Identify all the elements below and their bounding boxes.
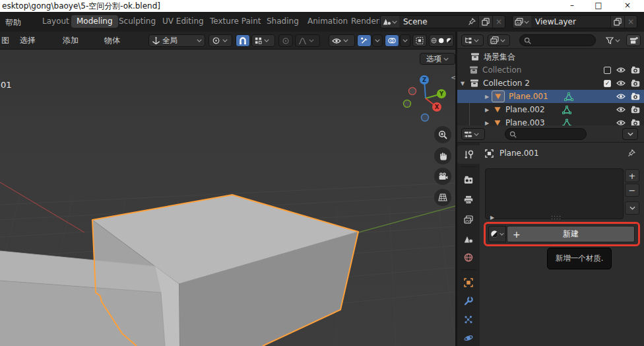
minimize-button[interactable]: – <box>562 0 582 11</box>
viewlayer-browse-button[interactable] <box>513 16 531 28</box>
new-scene-button[interactable] <box>478 16 492 28</box>
pin-icon[interactable] <box>468 18 476 26</box>
transform-orientation-dropdown[interactable]: 全局 <box>148 34 205 47</box>
outliner-filter-button[interactable] <box>604 34 624 46</box>
world-icon <box>464 253 473 262</box>
tab-output[interactable] <box>457 190 480 209</box>
maximize-button[interactable]: □ <box>589 0 608 11</box>
ortho-toggle-button[interactable] <box>434 189 451 206</box>
xray-toggle[interactable] <box>412 34 427 47</box>
pivot-point-dropdown[interactable] <box>209 34 232 47</box>
overlays-dropdown[interactable] <box>400 34 410 47</box>
properties-search[interactable] <box>505 128 587 140</box>
tab-physics[interactable] <box>457 329 480 346</box>
zoom-button[interactable] <box>434 126 451 143</box>
expand-arrow[interactable]: ▶ <box>484 107 490 113</box>
camera-visibility-icon[interactable] <box>631 66 640 74</box>
proportional-editing-toggle[interactable] <box>278 34 293 47</box>
tab-layout[interactable]: Layout <box>37 15 75 28</box>
tab-modeling[interactable]: Modeling <box>71 15 118 28</box>
pin-icon[interactable] <box>628 149 635 157</box>
menu-view[interactable]: 图 <box>1 35 9 46</box>
outliner-row-plane-001[interactable]: ▶ Plane.001 <box>457 90 644 103</box>
proportional-falloff-dropdown[interactable] <box>295 34 320 47</box>
tab-particles[interactable] <box>457 310 480 329</box>
camera-visibility-icon[interactable] <box>631 79 640 87</box>
eye-icon[interactable] <box>616 80 626 86</box>
shading-wireframe-icon[interactable] <box>431 37 437 44</box>
menu-help[interactable]: 帮助 <box>5 17 21 28</box>
outliner-row-plane-002[interactable]: ▶ Plane.002 <box>457 103 644 116</box>
show-gizmo-toggle[interactable] <box>357 34 371 47</box>
eye-icon[interactable] <box>616 67 626 73</box>
show-overlays-toggle[interactable] <box>385 34 399 47</box>
gizmo-dropdown[interactable] <box>372 34 383 47</box>
camera-visibility-icon[interactable] <box>631 106 640 114</box>
properties-options-button[interactable] <box>622 128 638 140</box>
menu-add[interactable]: 添加 <box>63 35 79 46</box>
shading-material-icon[interactable] <box>446 37 452 44</box>
outliner-row-collection[interactable]: Collection <box>457 63 644 77</box>
outliner-display-mode-button[interactable] <box>488 34 510 46</box>
viewport-canvas[interactable] <box>0 50 455 346</box>
tab-world[interactable] <box>457 248 480 267</box>
tab-view-layer[interactable] <box>457 210 480 228</box>
delete-scene-button[interactable]: × <box>492 16 505 28</box>
tab-modifiers[interactable] <box>457 292 480 310</box>
collection-checkbox[interactable] <box>604 67 611 74</box>
resize-grip[interactable]: :::: <box>551 214 562 221</box>
tab-object[interactable] <box>457 273 480 292</box>
tab-sculpting[interactable]: Sculpting <box>113 15 161 28</box>
tab-tool[interactable] <box>457 145 480 164</box>
scene-name[interactable]: Scene <box>399 17 468 26</box>
new-viewlayer-button[interactable] <box>610 16 624 28</box>
add-slot-button[interactable]: + <box>625 169 639 182</box>
viewlayer-name[interactable]: ViewLayer <box>531 17 610 26</box>
breadcrumb-object-name[interactable]: Plane.001 <box>499 149 539 158</box>
shading-solid-icon[interactable] <box>438 37 444 44</box>
snap-settings-dropdown[interactable] <box>251 34 275 47</box>
outliner-search-input[interactable] <box>534 36 591 45</box>
outliner-editor-type-button[interactable] <box>461 34 484 46</box>
navigation-gizmo[interactable]: Z Y X <box>399 69 455 125</box>
collection-checkbox[interactable]: ✓ <box>604 80 611 87</box>
delete-viewlayer-button[interactable]: × <box>624 16 637 28</box>
outliner-row-scene-collection[interactable]: 场景集合 <box>457 50 644 63</box>
properties-search-input[interactable] <box>519 129 582 139</box>
tab-render[interactable] <box>457 170 480 189</box>
camera-view-button[interactable] <box>434 168 451 185</box>
menu-object[interactable]: 物体 <box>104 35 120 46</box>
eye-icon[interactable] <box>616 106 626 113</box>
eye-icon[interactable] <box>616 93 626 100</box>
remove-slot-button[interactable]: − <box>625 184 639 197</box>
options-button[interactable]: 选项 <box>420 53 455 65</box>
new-material-button[interactable]: + 新建 <box>507 226 635 242</box>
snap-toggle-button[interactable] <box>236 34 250 47</box>
pan-hand-button[interactable] <box>434 147 451 164</box>
outliner-row-collection-2[interactable]: ▼ Collection 2 ✓ <box>457 77 644 90</box>
material-slot-list[interactable] <box>485 168 624 219</box>
tooltip: 新增一个材质. <box>547 248 612 269</box>
visibility-dropdown[interactable] <box>329 34 355 47</box>
scene-browse-button[interactable] <box>381 16 399 28</box>
camera-visibility-icon[interactable] <box>631 92 640 100</box>
tab-scene[interactable] <box>457 230 480 248</box>
close-button[interactable]: × <box>618 0 637 11</box>
menu-select[interactable]: 选择 <box>20 35 36 46</box>
browse-material-button[interactable] <box>488 226 506 242</box>
expand-arrow[interactable]: ▶ <box>489 215 496 221</box>
outliner-search[interactable] <box>519 34 596 46</box>
viewlayer-icon <box>515 18 523 26</box>
tab-texture-paint[interactable]: Texture Paint <box>205 15 266 28</box>
collection-icon <box>469 66 478 74</box>
viewport-3d[interactable]: 01 <box>0 50 455 346</box>
expand-arrow[interactable]: ▼ <box>459 81 466 86</box>
proportional-circle-icon <box>282 37 290 45</box>
new-collection-button[interactable] <box>626 34 641 46</box>
slot-specials-button[interactable] <box>625 201 639 215</box>
expand-arrow[interactable]: ▶ <box>484 94 490 100</box>
properties-editor-type-button[interactable] <box>461 128 485 140</box>
tab-shading[interactable]: Shading <box>261 15 304 28</box>
tab-uv-editing[interactable]: UV Editing <box>157 15 209 28</box>
chevron-down-icon <box>474 39 479 42</box>
